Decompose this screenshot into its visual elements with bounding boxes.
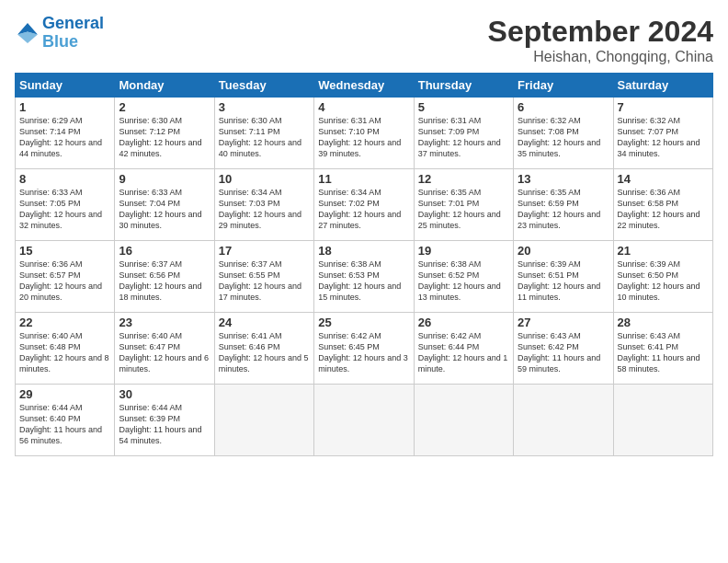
day-number: 29: [19, 387, 110, 401]
calendar-cell: 16Sunrise: 6:37 AMSunset: 6:56 PMDayligh…: [115, 241, 214, 313]
day-info: Sunrise: 6:44 AMSunset: 6:40 PMDaylight:…: [19, 402, 110, 447]
calendar-cell: 12Sunrise: 6:35 AMSunset: 7:01 PMDayligh…: [414, 169, 513, 241]
day-info: Sunrise: 6:34 AMSunset: 7:02 PMDaylight:…: [318, 187, 409, 232]
calendar-cell: 19Sunrise: 6:38 AMSunset: 6:52 PMDayligh…: [414, 241, 513, 313]
calendar-header-row: Sunday Monday Tuesday Wednesday Thursday…: [16, 74, 713, 98]
day-number: 10: [219, 172, 310, 186]
calendar-cell: 11Sunrise: 6:34 AMSunset: 7:02 PMDayligh…: [314, 169, 414, 241]
day-number: 9: [119, 172, 210, 186]
logo-line2: Blue: [42, 32, 78, 51]
calendar-cell: 25Sunrise: 6:42 AMSunset: 6:45 PMDayligh…: [314, 313, 414, 385]
calendar-cell: 8Sunrise: 6:33 AMSunset: 7:05 PMDaylight…: [16, 169, 115, 241]
day-info: Sunrise: 6:36 AMSunset: 6:57 PMDaylight:…: [19, 259, 110, 304]
day-number: 13: [518, 172, 609, 186]
day-info: Sunrise: 6:33 AMSunset: 7:04 PMDaylight:…: [119, 187, 210, 232]
calendar-cell: 29Sunrise: 6:44 AMSunset: 6:40 PMDayligh…: [16, 385, 115, 456]
day-info: Sunrise: 6:30 AMSunset: 7:11 PMDaylight:…: [219, 115, 310, 160]
calendar-cell: [514, 385, 613, 456]
calendar-cell: 9Sunrise: 6:33 AMSunset: 7:04 PMDaylight…: [115, 169, 214, 241]
logo-icon: [15, 20, 40, 46]
day-info: Sunrise: 6:34 AMSunset: 7:03 PMDaylight:…: [219, 187, 310, 232]
day-number: 25: [318, 316, 409, 329]
day-info: Sunrise: 6:31 AMSunset: 7:09 PMDaylight:…: [418, 115, 509, 160]
calendar-cell: 26Sunrise: 6:42 AMSunset: 6:44 PMDayligh…: [414, 313, 513, 385]
day-number: 1: [19, 100, 110, 114]
calendar-cell: 27Sunrise: 6:43 AMSunset: 6:42 PMDayligh…: [514, 313, 613, 385]
day-info: Sunrise: 6:37 AMSunset: 6:55 PMDaylight:…: [219, 259, 310, 304]
month-title: September 2024: [488, 15, 713, 49]
calendar-cell: 23Sunrise: 6:40 AMSunset: 6:47 PMDayligh…: [115, 313, 214, 385]
calendar-cell: 2Sunrise: 6:30 AMSunset: 7:12 PMDaylight…: [115, 98, 214, 169]
calendar-cell: 1Sunrise: 6:29 AMSunset: 7:14 PMDaylight…: [16, 98, 115, 169]
day-number: 8: [19, 172, 110, 186]
calendar-cell: 22Sunrise: 6:40 AMSunset: 6:48 PMDayligh…: [16, 313, 115, 385]
day-info: Sunrise: 6:30 AMSunset: 7:12 PMDaylight:…: [119, 115, 210, 160]
day-info: Sunrise: 6:43 AMSunset: 6:41 PMDaylight:…: [618, 330, 709, 375]
calendar-cell: 6Sunrise: 6:32 AMSunset: 7:08 PMDaylight…: [514, 98, 613, 169]
calendar-cell: 20Sunrise: 6:39 AMSunset: 6:51 PMDayligh…: [514, 241, 613, 313]
calendar-week-0: 1Sunrise: 6:29 AMSunset: 7:14 PMDaylight…: [16, 98, 713, 169]
day-info: Sunrise: 6:39 AMSunset: 6:51 PMDaylight:…: [518, 259, 609, 304]
page: General Blue September 2024 Heishan, Cho…: [0, 0, 728, 563]
calendar-cell: 13Sunrise: 6:35 AMSunset: 6:59 PMDayligh…: [514, 169, 613, 241]
calendar-cell: [613, 385, 712, 456]
day-info: Sunrise: 6:42 AMSunset: 6:45 PMDaylight:…: [318, 330, 409, 375]
day-number: 3: [219, 100, 310, 114]
calendar-cell: 7Sunrise: 6:32 AMSunset: 7:07 PMDaylight…: [613, 98, 712, 169]
calendar-cell: 5Sunrise: 6:31 AMSunset: 7:09 PMDaylight…: [414, 98, 513, 169]
day-number: 15: [19, 244, 110, 258]
day-info: Sunrise: 6:32 AMSunset: 7:08 PMDaylight:…: [518, 115, 609, 160]
day-number: 16: [119, 244, 210, 258]
calendar-cell: 14Sunrise: 6:36 AMSunset: 6:58 PMDayligh…: [613, 169, 712, 241]
day-info: Sunrise: 6:40 AMSunset: 6:47 PMDaylight:…: [119, 330, 210, 375]
day-info: Sunrise: 6:35 AMSunset: 7:01 PMDaylight:…: [418, 187, 509, 232]
day-info: Sunrise: 6:44 AMSunset: 6:39 PMDaylight:…: [119, 402, 210, 447]
calendar-cell: 3Sunrise: 6:30 AMSunset: 7:11 PMDaylight…: [214, 98, 313, 169]
day-number: 12: [418, 172, 509, 186]
col-monday: Monday: [115, 74, 214, 98]
day-number: 17: [219, 244, 310, 258]
day-info: Sunrise: 6:42 AMSunset: 6:44 PMDaylight:…: [418, 330, 509, 375]
day-info: Sunrise: 6:36 AMSunset: 6:58 PMDaylight:…: [618, 187, 709, 232]
col-friday: Friday: [514, 74, 613, 98]
header: General Blue September 2024 Heishan, Cho…: [15, 15, 713, 65]
day-number: 22: [19, 316, 110, 329]
calendar-cell: 30Sunrise: 6:44 AMSunset: 6:39 PMDayligh…: [115, 385, 214, 456]
day-info: Sunrise: 6:32 AMSunset: 7:07 PMDaylight:…: [618, 115, 709, 160]
calendar-week-1: 8Sunrise: 6:33 AMSunset: 7:05 PMDaylight…: [16, 169, 713, 241]
day-number: 6: [518, 100, 609, 114]
logo: General Blue: [15, 15, 104, 52]
location: Heishan, Chongqing, China: [488, 49, 713, 65]
day-number: 28: [618, 316, 709, 329]
day-info: Sunrise: 6:31 AMSunset: 7:10 PMDaylight:…: [318, 115, 409, 160]
title-block: September 2024 Heishan, Chongqing, China: [488, 15, 713, 65]
day-info: Sunrise: 6:35 AMSunset: 6:59 PMDaylight:…: [518, 187, 609, 232]
day-info: Sunrise: 6:33 AMSunset: 7:05 PMDaylight:…: [19, 187, 110, 232]
day-number: 5: [418, 100, 509, 114]
col-wednesday: Wednesday: [314, 74, 414, 98]
day-info: Sunrise: 6:38 AMSunset: 6:53 PMDaylight:…: [318, 259, 409, 304]
day-info: Sunrise: 6:39 AMSunset: 6:50 PMDaylight:…: [618, 259, 709, 304]
calendar-cell: [314, 385, 414, 456]
calendar-cell: 17Sunrise: 6:37 AMSunset: 6:55 PMDayligh…: [214, 241, 313, 313]
calendar-week-3: 22Sunrise: 6:40 AMSunset: 6:48 PMDayligh…: [16, 313, 713, 385]
col-sunday: Sunday: [16, 74, 115, 98]
logo-line1: General: [42, 14, 104, 32]
day-number: 4: [318, 100, 409, 114]
day-info: Sunrise: 6:43 AMSunset: 6:42 PMDaylight:…: [518, 330, 609, 375]
day-number: 20: [518, 244, 609, 258]
calendar-table: Sunday Monday Tuesday Wednesday Thursday…: [15, 73, 713, 456]
day-number: 21: [618, 244, 709, 258]
calendar-cell: 15Sunrise: 6:36 AMSunset: 6:57 PMDayligh…: [16, 241, 115, 313]
day-info: Sunrise: 6:38 AMSunset: 6:52 PMDaylight:…: [418, 259, 509, 304]
day-number: 19: [418, 244, 509, 258]
day-info: Sunrise: 6:37 AMSunset: 6:56 PMDaylight:…: [119, 259, 210, 304]
calendar-cell: 21Sunrise: 6:39 AMSunset: 6:50 PMDayligh…: [613, 241, 712, 313]
day-number: 30: [119, 387, 210, 401]
day-number: 26: [418, 316, 509, 329]
day-info: Sunrise: 6:41 AMSunset: 6:46 PMDaylight:…: [219, 330, 310, 375]
day-number: 18: [318, 244, 409, 258]
calendar-cell: 10Sunrise: 6:34 AMSunset: 7:03 PMDayligh…: [214, 169, 313, 241]
calendar-cell: 24Sunrise: 6:41 AMSunset: 6:46 PMDayligh…: [214, 313, 313, 385]
col-saturday: Saturday: [613, 74, 712, 98]
